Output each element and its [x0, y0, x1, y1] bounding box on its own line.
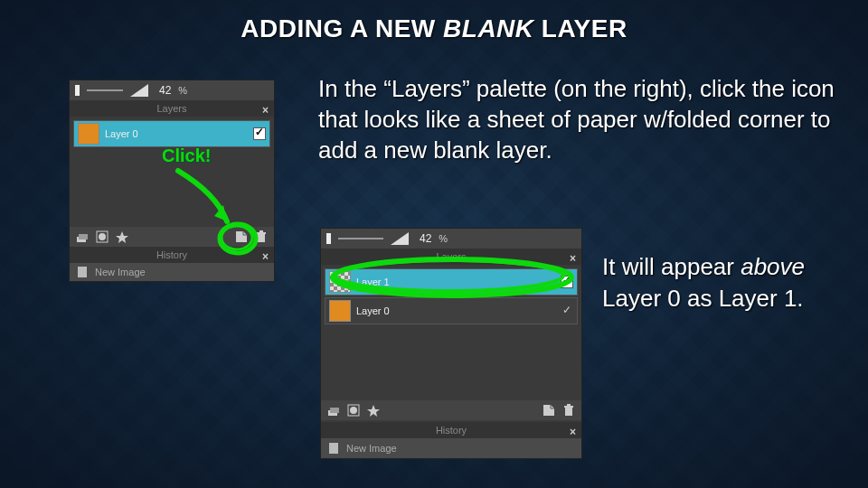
desc2-em: above: [741, 253, 805, 280]
history-tab-header: History ×: [70, 247, 274, 263]
svg-point-17: [350, 407, 357, 414]
layers-tab-header: Layers ×: [321, 249, 581, 265]
title-pre: ADDING A NEW: [241, 14, 443, 42]
close-icon: ×: [570, 250, 576, 267]
layers-stack-icon: [75, 230, 90, 244]
history-tab-header: History ×: [321, 422, 581, 438]
visibility-check-icon: ✓: [561, 305, 573, 317]
layers-tab-label: Layers: [436, 251, 466, 262]
history-row: New Image: [321, 438, 581, 458]
layer-thumbnail: [329, 271, 351, 293]
layer-row-0: Layer 0: [73, 120, 270, 147]
new-layer-icon: [234, 230, 249, 244]
opacity-value: 42: [420, 232, 431, 245]
ramp-icon: [130, 84, 148, 97]
layer-list: Layer 0: [70, 117, 274, 151]
instruction-text-1: In the “Layers” palette (on the right), …: [318, 74, 843, 165]
layer-list: Layer 1 Layer 0 ✓: [321, 265, 581, 328]
layer-thumbnail: [329, 300, 351, 322]
layer-name: Layer 0: [105, 128, 248, 139]
layer-name: Layer 1: [356, 277, 555, 287]
mask-icon: [346, 403, 361, 418]
desc2-t2: Layer 0 as Layer 1.: [602, 285, 804, 312]
layer-actions-toolbar: [321, 400, 581, 420]
history-tab-label: History: [156, 249, 187, 260]
layer-row-0: Layer 0 ✓: [325, 297, 578, 324]
fx-icon: [366, 403, 381, 418]
svg-rect-2: [79, 234, 88, 239]
screenshot-after: 42 % Layers × Layer 1 Layer 0 ✓: [320, 228, 582, 459]
trash-icon: [254, 230, 269, 244]
svg-rect-8: [259, 230, 263, 232]
layers-tab-header: Layers ×: [70, 100, 274, 117]
svg-marker-0: [130, 84, 148, 97]
svg-rect-15: [330, 408, 339, 413]
svg-marker-5: [116, 231, 128, 243]
visibility-checkbox: [253, 127, 266, 140]
svg-rect-22: [329, 443, 338, 454]
svg-rect-19: [565, 408, 572, 416]
trash-icon: [561, 403, 576, 418]
slide-title: ADDING A NEW BLANK LAYER: [0, 14, 868, 43]
slider-line-icon: [326, 233, 331, 244]
history-new-image-label: New Image: [346, 443, 397, 454]
instruction-text-2: It will appear above Layer 0 as Layer 1.: [602, 251, 846, 314]
history-new-image-label: New Image: [95, 267, 146, 277]
history-row: New Image: [70, 263, 274, 281]
svg-marker-10: [214, 205, 227, 221]
svg-marker-13: [391, 232, 409, 245]
desc2-t1: It will appear: [602, 253, 741, 280]
fx-icon: [115, 230, 129, 244]
title-em: BLANK: [443, 14, 534, 42]
layers-tab-label: Layers: [156, 103, 186, 114]
layer-thumbnail: [78, 123, 99, 145]
visibility-checkbox: [561, 276, 573, 288]
layers-stack-icon: [326, 403, 341, 418]
history-tab-label: History: [436, 425, 467, 436]
layer-actions-toolbar: [70, 227, 274, 247]
page-icon: [326, 441, 341, 455]
svg-rect-9: [78, 267, 87, 277]
svg-rect-6: [258, 234, 265, 242]
layer-name: Layer 0: [356, 305, 555, 316]
layer-row-1: Layer 1: [325, 268, 578, 296]
slider-track-icon: [87, 89, 123, 91]
percent-label: %: [178, 85, 187, 96]
opacity-toolbar: 42 %: [70, 80, 274, 100]
new-layer-icon: [542, 403, 556, 418]
slider-track-icon: [338, 238, 383, 239]
opacity-value: 42: [159, 84, 171, 97]
opacity-toolbar: 42 %: [321, 229, 581, 249]
ramp-icon: [391, 232, 409, 245]
svg-point-4: [99, 233, 106, 240]
svg-rect-7: [257, 232, 266, 234]
title-post: LAYER: [534, 14, 627, 42]
mask-icon: [95, 230, 109, 244]
screenshot-before: 42 % Layers × Layer 0: [69, 80, 275, 282]
slider-line-icon: [75, 85, 80, 96]
percent-label: %: [439, 233, 448, 244]
svg-rect-21: [567, 404, 571, 406]
close-icon: ×: [262, 102, 269, 118]
svg-marker-18: [367, 405, 380, 417]
svg-rect-20: [564, 406, 573, 408]
page-icon: [75, 265, 90, 279]
